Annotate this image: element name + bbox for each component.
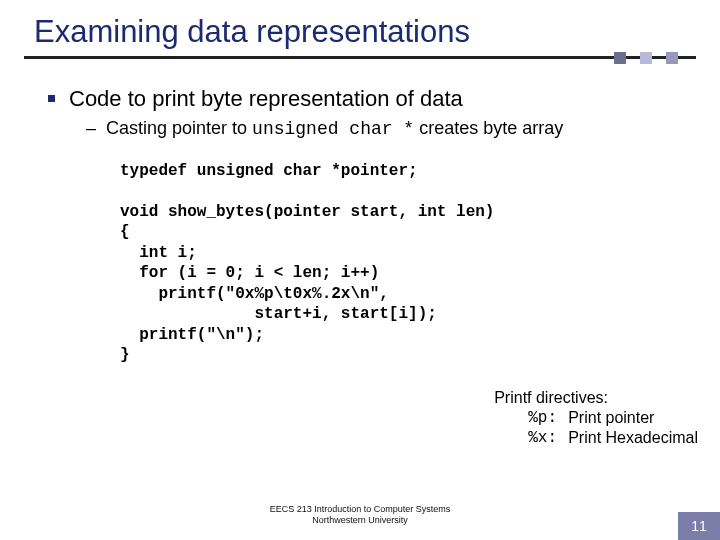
dash-icon: – xyxy=(86,118,96,138)
footer-line-2: Northwestern University xyxy=(0,515,720,526)
accent-square-icon xyxy=(640,52,652,64)
bullet-text-pre: Casting pointer to xyxy=(106,118,252,138)
bullet-mono: unsigned char * xyxy=(252,119,414,139)
directive-val: Print pointer xyxy=(568,408,654,428)
bullet-level-2: –Casting pointer to unsigned char * crea… xyxy=(86,118,686,139)
directive-key: %x: xyxy=(528,428,568,448)
accent-square-icon xyxy=(614,52,626,64)
page-number: 11 xyxy=(678,512,720,540)
bullet-level-1: Code to print byte representation of dat… xyxy=(48,86,686,112)
directives-header: Printf directives: xyxy=(494,388,698,408)
directive-row: %x: Print Hexadecimal xyxy=(494,428,698,448)
footer-line-1: EECS 213 Introduction to Computer System… xyxy=(0,504,720,515)
footer: EECS 213 Introduction to Computer System… xyxy=(0,504,720,526)
bullet-text: Code to print byte representation of dat… xyxy=(69,86,463,111)
bullet-text-post: creates byte array xyxy=(414,118,563,138)
directive-row: %p: Print pointer xyxy=(494,408,698,428)
slide: Examining data representations Code to p… xyxy=(0,0,720,540)
slide-title: Examining data representations xyxy=(34,14,686,50)
printf-directives: Printf directives: %p: Print pointer %x:… xyxy=(494,388,698,448)
title-rule xyxy=(34,56,686,76)
accent-square-icon xyxy=(666,52,678,64)
directive-val: Print Hexadecimal xyxy=(568,428,698,448)
bullet-icon xyxy=(48,95,55,102)
code-block: typedef unsigned char *pointer; void sho… xyxy=(120,161,686,366)
directive-key: %p: xyxy=(528,408,568,428)
